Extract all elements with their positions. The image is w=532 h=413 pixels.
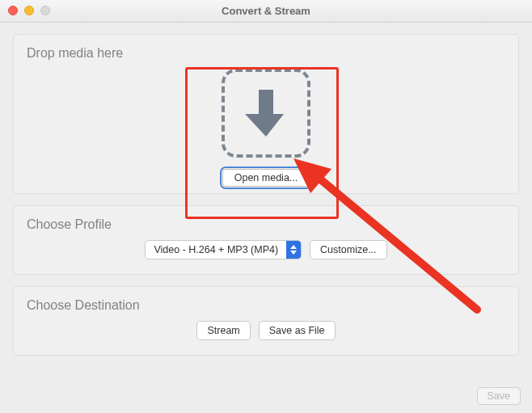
footer: Save [477,387,521,405]
panel-choose-destination: Choose Destination Stream Save as File [13,286,519,356]
profile-select[interactable]: Video - H.264 + MP3 (MP4) [145,240,302,259]
customize-button[interactable]: Customize... [310,240,386,259]
panel-title-profile: Choose Profile [27,217,505,232]
panel-drop-media: Drop media here Open media... [13,34,519,194]
panel-title-destination: Choose Destination [27,298,505,313]
window-title: Convert & Stream [222,5,310,17]
window-controls [8,6,50,15]
profile-select-value: Video - H.264 + MP3 (MP4) [146,244,286,255]
save-as-file-button[interactable]: Save as File [259,321,336,340]
zoom-window-icon [40,6,50,15]
open-media-button[interactable]: Open media... [222,169,310,187]
titlebar: Convert & Stream [0,0,532,23]
save-button[interactable]: Save [477,387,521,405]
select-stepper-icon [286,241,301,259]
close-window-icon[interactable] [8,6,18,15]
client-area: Drop media here Open media... Choose Pro… [0,23,532,356]
panel-choose-profile: Choose Profile Video - H.264 + MP3 (MP4)… [13,205,519,275]
drop-zone[interactable] [222,69,310,158]
minimize-window-icon[interactable] [24,6,34,15]
stream-button[interactable]: Stream [196,321,250,340]
download-arrow-icon [245,88,287,138]
panel-title-drop: Drop media here [27,46,505,61]
